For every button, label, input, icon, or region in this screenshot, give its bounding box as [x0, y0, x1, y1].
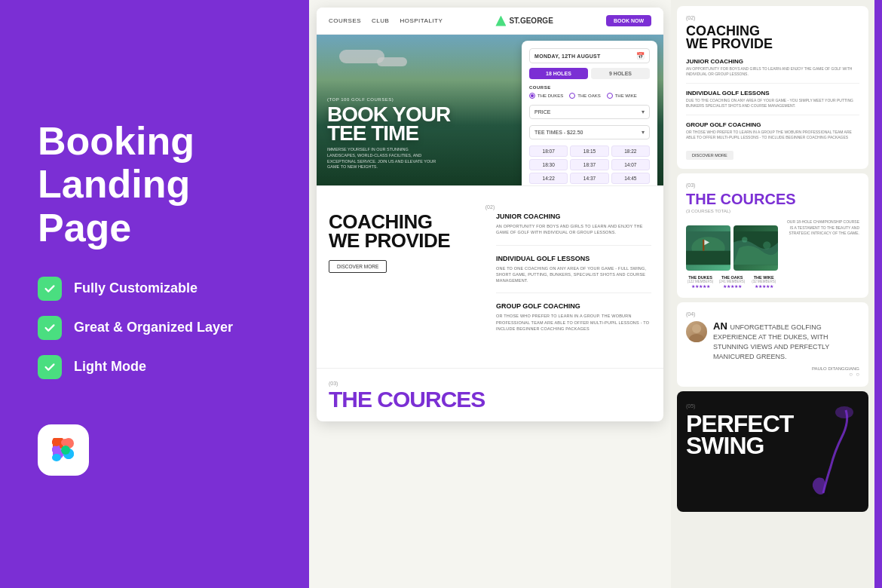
tee-times-selector[interactable]: TEE TIMES - $22.50 ▾	[529, 125, 650, 139]
svg-point-13	[61, 446, 70, 455]
individual-title: INDIVIDUAL GOLF LESSONS	[496, 255, 651, 262]
logo-icon	[495, 16, 506, 26]
times-grid: 18:07 18:15 18:22 18:30 18:37 14:07 14:2…	[529, 145, 650, 185]
sidebar-card02-num: (03)	[686, 182, 859, 188]
time-1837[interactable]: 18:37	[570, 159, 608, 170]
radio-wike[interactable]	[607, 93, 613, 99]
svg-point-22	[692, 324, 701, 333]
book-now-button[interactable]: BOOK NOW	[606, 15, 651, 26]
center-preview[interactable]: COURSES CLUB HOSPITALITY ST.GEORGE BOOK …	[309, 0, 671, 588]
sidebar-individual-title: INDIVIDUAL GOLF LESSONS	[686, 90, 859, 96]
coaching-group: GROUP GOLF COACHING OR THOSE WHO PREFER …	[496, 302, 651, 341]
discover-more-button[interactable]: DISCOVER MORE	[329, 260, 387, 273]
feature-item-1: Fully Customizable	[38, 277, 279, 301]
sidebar-individual-desc: DUE TO THE COACHING ON ANY AREA OF YOUR …	[686, 98, 859, 109]
group-desc: OR THOSE WHO PREFER TO LEARN IN A GROUP.…	[496, 313, 651, 332]
time-1437[interactable]: 14:37	[570, 173, 608, 184]
time-1830[interactable]: 18:30	[529, 159, 568, 170]
time-1422[interactable]: 14:22	[529, 173, 568, 184]
junior-desc: AN OPPORTUNITY FOR BOYS AND GIRLS TO LEA…	[496, 223, 651, 236]
coaching-section: (02) COACHING WE PROVIDE DISCOVER MORE J…	[317, 185, 663, 368]
calendar-icon[interactable]: 📅	[636, 52, 645, 60]
svg-rect-12	[52, 454, 61, 461]
sidebar-courses-title: THE COURCES	[686, 192, 859, 206]
sidebar-courses-count: (3 COURSES TOTAL)	[686, 209, 859, 213]
site-logo: ST.GEORGE	[495, 16, 553, 26]
right-panel: COURSES CLUB HOSPITALITY ST.GEORGE BOOK …	[309, 0, 882, 588]
course-dukes-label: THE DUKES	[537, 93, 563, 98]
nav-hospitality[interactable]: HOSPITALITY	[400, 17, 443, 24]
review-header: AN UNFORGETTABLE GOLFING EXPERIENCE AT T…	[686, 321, 859, 360]
svg-point-20	[742, 237, 747, 242]
hero-section: (TOP 100 GOLF COURSES) BOOK YOUR TEE TIM…	[317, 35, 663, 185]
sidebar-junior: JUNIOR COACHING AN OPPORTUNITY FOR BOYS …	[686, 58, 859, 84]
price-chevron-icon: ▾	[642, 109, 645, 115]
sidebar-review-card: (04) AN UNFORGETTABLE GOLFING EXPERIENCE…	[677, 302, 868, 387]
sidebar-card01-num: (02)	[686, 15, 859, 20]
feature-item-3: Light Mode	[38, 355, 279, 379]
time-1822[interactable]: 18:22	[611, 145, 650, 157]
nav-courses[interactable]: COURSES	[329, 17, 361, 24]
time-1445[interactable]: 14:45	[611, 173, 650, 184]
date-selector[interactable]: MONDAY, 12TH AUGUST 📅	[529, 48, 650, 63]
time-1807[interactable]: 18:07	[529, 145, 568, 157]
sidebar-junior-desc: AN OPPORTUNITY FOR BOYS AND GIRLS TO LEA…	[686, 66, 859, 77]
social-icon-1[interactable]: ○	[849, 371, 853, 378]
courses-title: THE COURCES	[329, 389, 651, 409]
social-icon-2[interactable]: ○	[856, 371, 859, 378]
sidebar-card03-num: (04)	[686, 311, 859, 317]
coaching-junior: JUNIOR COACHING AN OPPORTUNITY FOR BOYS …	[496, 213, 651, 246]
radio-dukes[interactable]	[529, 93, 535, 99]
svg-rect-9	[52, 439, 61, 446]
social-icons: ○ ○	[686, 371, 859, 378]
course-images	[686, 225, 778, 271]
time-1815[interactable]: 18:15	[570, 145, 608, 157]
course-oaks[interactable]: THE OAKS	[569, 93, 600, 99]
svg-point-23	[689, 334, 704, 342]
dukes-label: THE DUKES (122 MEMBERS) ★★★★★	[686, 275, 715, 289]
perfect-swing-title: PERFECT SWING	[686, 413, 859, 457]
sidebar-group: GROUP GOLF COACHING OR THOSE WHO PREFER …	[686, 121, 859, 146]
tee-times-label: TEE TIMES - $22.50	[534, 130, 583, 135]
holes-9-button[interactable]: 9 HOLES	[591, 68, 650, 79]
course-oaks-label: THE OAKS	[577, 93, 600, 98]
holes-selector[interactable]: 18 HOLES 9 HOLES	[529, 68, 650, 79]
course-img-dukes	[686, 225, 730, 271]
radio-oaks[interactable]	[569, 93, 575, 99]
booking-page: COURSES CLUB HOSPITALITY ST.GEORGE BOOK …	[317, 8, 663, 421]
feature-label-3: Light Mode	[74, 359, 146, 375]
review-content: AN UNFORGETTABLE GOLFING EXPERIENCE AT T…	[713, 321, 859, 360]
group-title: GROUP GOLF COACHING	[496, 302, 651, 310]
course-options: THE DUKES THE OAKS THE WIKE	[529, 93, 650, 99]
tee-chevron-icon: ▾	[642, 129, 645, 136]
course-description: OUR 18-HOLE CHAMPIONSHIP COURSE IS A TES…	[786, 219, 859, 237]
feature-label-2: Great & Organized Layer	[74, 320, 233, 335]
price-label: PRICE	[534, 109, 550, 115]
junior-title: JUNIOR COACHING	[496, 213, 651, 220]
course-labels: THE DUKES (122 MEMBERS) ★★★★★ THE OAKS (…	[686, 275, 778, 289]
hero-content: (TOP 100 GOLF COURSES) BOOK YOUR TEE TIM…	[327, 97, 513, 170]
course-label: COURSE	[529, 85, 650, 90]
coaching-individual: INDIVIDUAL GOLF LESSONS ONE TO ONE COACH…	[496, 255, 651, 294]
sidebar-coaching-card: (02) COACHING WE PROVIDE JUNIOR COACHING…	[677, 6, 868, 169]
hero-tag: (TOP 100 GOLF COURSES)	[327, 97, 513, 102]
golf-course-image	[686, 225, 730, 271]
wike-stars: ★★★★★	[749, 283, 778, 289]
booking-page-nav: COURSES CLUB HOSPITALITY ST.GEORGE BOOK …	[317, 8, 663, 35]
oaks-label: THE OAKS (241 MEMBERS) ★★★★★	[718, 275, 746, 289]
coaching-right: JUNIOR COACHING AN OPPORTUNITY FOR BOYS …	[496, 213, 651, 350]
course-dukes[interactable]: THE DUKES	[529, 93, 563, 99]
sidebar-perfect-swing-card: (05) PERFECT SWING	[677, 391, 868, 512]
price-selector[interactable]: PRICE ▾	[529, 105, 650, 119]
selected-date: MONDAY, 12TH AUGUST	[534, 54, 601, 59]
course-img-aerial	[733, 225, 778, 271]
sidebar-discover-btn[interactable]: DISCOVER MORE	[686, 151, 733, 160]
wike-label: THE WIKE (32 MEMBERS) ★★★★★	[749, 275, 778, 289]
time-1407[interactable]: 14:07	[611, 159, 650, 170]
reviewer-avatar	[686, 321, 707, 342]
nav-club[interactable]: CLUB	[372, 17, 389, 24]
feature-list: Fully Customizable Great & Organized Lay…	[38, 277, 279, 379]
course-wike[interactable]: THE WIKE	[607, 93, 637, 99]
holes-18-button[interactable]: 18 HOLES	[529, 68, 588, 79]
coaching-title: COACHING WE PROVIDE	[329, 213, 484, 250]
